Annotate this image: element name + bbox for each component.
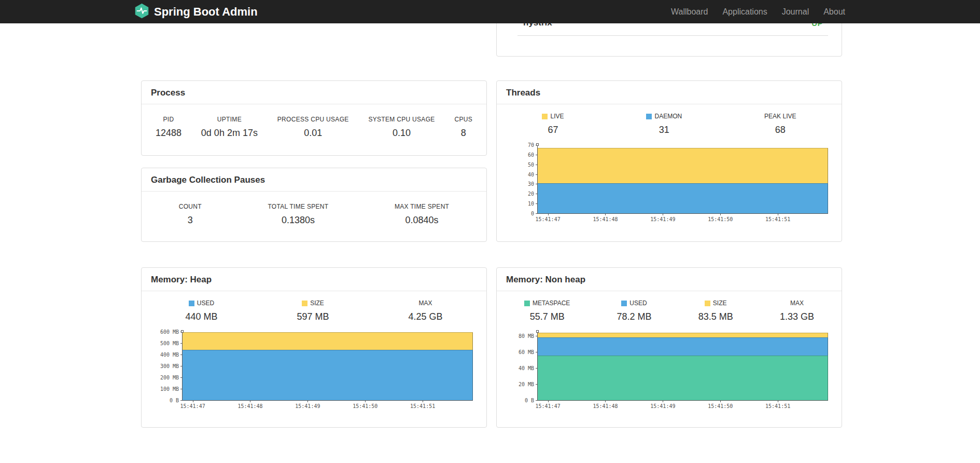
metric-label: TOTAL TIME SPENT xyxy=(268,203,328,210)
daemon-swatch-icon xyxy=(646,114,652,119)
legend-label: METASPACE xyxy=(533,299,570,307)
metric-system-cpu: SYSTEM CPU USAGE 0.10 xyxy=(368,116,435,139)
memory-heap-legend: USED 440 MB SIZE 597 MB MAX 4.25 GB xyxy=(142,299,486,322)
legend-label: PEAK LIVE xyxy=(764,113,796,120)
heap-size-swatch-icon xyxy=(302,301,307,306)
nav-links: Wallboard Applications Journal About xyxy=(671,7,845,17)
legend-heap-size: SIZE 597 MB xyxy=(297,299,329,322)
nav-item-journal[interactable]: Journal xyxy=(782,7,809,17)
legend-label: USED xyxy=(629,299,647,307)
metric-label: SYSTEM CPU USAGE xyxy=(368,116,435,123)
metric-value: 0.1380s xyxy=(268,215,328,226)
metric-pid: PID 12488 xyxy=(156,116,181,139)
nav-item-wallboard[interactable]: Wallboard xyxy=(671,7,708,17)
legend-label: USED xyxy=(197,299,214,307)
metaspace-swatch-icon xyxy=(524,301,530,306)
legend-value: 78.2 MB xyxy=(617,311,651,322)
legend-metaspace: METASPACE 55.7 MB xyxy=(524,299,570,322)
brand-title: Spring Boot Admin xyxy=(154,5,258,19)
legend-nonheap-size: SIZE 83.5 MB xyxy=(698,299,733,322)
nonheap-used-swatch-icon xyxy=(621,301,627,306)
metric-label: UPTIME xyxy=(201,116,258,123)
legend-label: MAX xyxy=(790,299,804,307)
threads-legend: LIVE 67 DAEMON 31 PEAK LIVE 68 xyxy=(497,113,842,135)
memory-heap-card: Memory: Heap USED 440 MB SIZE 597 MB MAX xyxy=(141,267,487,428)
memory-nonheap-legend: METASPACE 55.7 MB USED 78.2 MB SIZE 83.5… xyxy=(497,299,842,322)
legend-label: LIVE xyxy=(550,113,564,120)
process-metrics: PID 12488 UPTIME 0d 0h 2m 17s PROCESS CP… xyxy=(142,116,486,139)
metric-value: 3 xyxy=(179,215,202,226)
brand-pulse-icon xyxy=(135,3,149,21)
metric-value: 0d 0h 2m 17s xyxy=(201,128,258,139)
metric-value: 0.10 xyxy=(368,128,435,139)
metric-gc-total-time: TOTAL TIME SPENT 0.1380s xyxy=(268,203,328,226)
legend-nonheap-max: MAX 1.33 GB xyxy=(780,299,814,322)
legend-daemon: DAEMON 31 xyxy=(646,113,682,135)
gc-metrics: COUNT 3 TOTAL TIME SPENT 0.1380s MAX TIM… xyxy=(142,203,486,226)
navbar: Spring Boot Admin Wallboard Applications… xyxy=(0,0,980,23)
legend-value: 31 xyxy=(646,125,682,135)
metric-label: CPUS xyxy=(454,116,472,123)
gc-card: Garbage Collection Pauses COUNT 3 TOTAL … xyxy=(141,168,487,242)
memory-nonheap-chart: 80 MB60 MB40 MB20 MB0 B15:41:4715:41:481… xyxy=(537,332,828,401)
metric-label: PROCESS CPU USAGE xyxy=(277,116,349,123)
legend-heap-max: MAX 4.25 GB xyxy=(408,299,442,322)
metric-process-cpu: PROCESS CPU USAGE 0.01 xyxy=(277,116,349,139)
memory-nonheap-card: Memory: Non heap METASPACE 55.7 MB USED … xyxy=(496,267,842,428)
legend-nonheap-used: USED 78.2 MB xyxy=(617,299,651,322)
legend-label: DAEMON xyxy=(654,113,682,120)
nav-item-applications[interactable]: Applications xyxy=(722,7,767,17)
legend-value: 68 xyxy=(764,125,796,135)
metric-cpus: CPUS 8 xyxy=(454,116,472,139)
legend-value: 83.5 MB xyxy=(698,311,733,322)
nonheap-size-swatch-icon xyxy=(705,301,710,306)
legend-label: SIZE xyxy=(310,299,324,307)
metric-value: 0.01 xyxy=(277,128,349,139)
metric-value: 12488 xyxy=(156,128,181,139)
memory-heap-card-title: Memory: Heap xyxy=(142,268,486,291)
process-card-title: Process xyxy=(142,81,486,104)
metric-uptime: UPTIME 0d 0h 2m 17s xyxy=(201,116,258,139)
legend-label: MAX xyxy=(418,299,432,307)
gc-card-title: Garbage Collection Pauses xyxy=(142,168,486,192)
metric-label: PID xyxy=(156,116,181,123)
metric-label: MAX TIME SPENT xyxy=(395,203,449,210)
legend-value: 597 MB xyxy=(297,311,329,322)
legend-value: 1.33 GB xyxy=(780,311,814,322)
metric-value: 0.0840s xyxy=(395,215,449,226)
metric-value: 8 xyxy=(454,128,472,139)
threads-chart: 70605040302010015:41:4715:41:4815:41:491… xyxy=(537,145,828,214)
legend-value: 55.7 MB xyxy=(524,311,570,322)
legend-value: 67 xyxy=(542,125,564,135)
legend-heap-used: USED 440 MB xyxy=(185,299,217,322)
threads-card-title: Threads xyxy=(497,81,842,104)
legend-value: 4.25 GB xyxy=(408,311,442,322)
process-card: Process PID 12488 UPTIME 0d 0h 2m 17s PR… xyxy=(141,80,487,156)
nav-item-about[interactable]: About xyxy=(823,7,845,17)
memory-heap-chart: 600 MB500 MB400 MB300 MB200 MB100 MB0 B1… xyxy=(182,332,473,401)
heap-used-swatch-icon xyxy=(189,301,194,306)
threads-card: Threads LIVE 67 DAEMON 31 PEAK LIVE xyxy=(496,80,842,242)
legend-label: SIZE xyxy=(713,299,727,307)
legend-peak-live: PEAK LIVE 68 xyxy=(764,113,796,135)
metric-gc-max-time: MAX TIME SPENT 0.0840s xyxy=(395,203,449,226)
metric-label: COUNT xyxy=(179,203,202,210)
page: Spring Boot Admin Wallboard Applications… xyxy=(0,0,980,463)
legend-live: LIVE 67 xyxy=(542,113,564,135)
metric-gc-count: COUNT 3 xyxy=(179,203,202,226)
live-swatch-icon xyxy=(542,114,548,119)
brand[interactable]: Spring Boot Admin xyxy=(135,3,258,21)
legend-value: 440 MB xyxy=(185,311,217,322)
memory-nonheap-card-title: Memory: Non heap xyxy=(497,268,842,291)
